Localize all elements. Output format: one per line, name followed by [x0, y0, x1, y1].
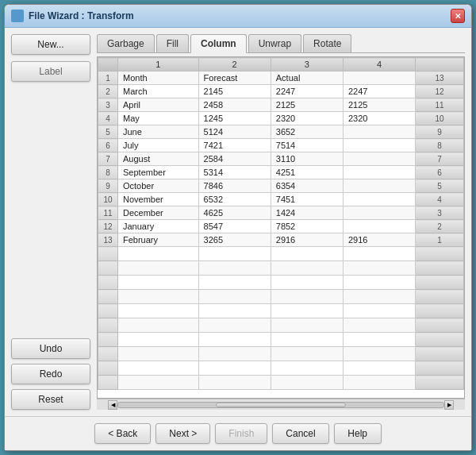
- table-cell[interactable]: 7: [98, 152, 118, 166]
- col-header-1[interactable]: 1: [118, 58, 199, 71]
- table-cell[interactable]: September: [118, 166, 199, 179]
- table-cell[interactable]: 2145: [198, 85, 271, 98]
- table-cell[interactable]: [343, 166, 415, 179]
- table-cell[interactable]: July: [118, 139, 199, 152]
- finish-button[interactable]: Finish: [215, 423, 267, 444]
- table-cell[interactable]: 2584: [198, 152, 271, 166]
- table-cell[interactable]: [343, 139, 415, 152]
- table-cell[interactable]: 13: [98, 233, 118, 247]
- table-cell[interactable]: November: [118, 193, 199, 206]
- table-cell[interactable]: 5: [416, 179, 464, 193]
- table-cell[interactable]: 2125: [343, 98, 415, 112]
- table-cell[interactable]: [343, 125, 415, 139]
- table-cell[interactable]: 6: [416, 166, 464, 179]
- horizontal-scrollbar[interactable]: ◀ ▶: [97, 399, 465, 410]
- table-cell[interactable]: 2320: [343, 112, 415, 125]
- table-cell[interactable]: 3652: [271, 125, 343, 139]
- table-cell[interactable]: 9: [98, 179, 118, 193]
- table-cell[interactable]: [343, 71, 415, 85]
- table-cell[interactable]: 8547: [198, 220, 271, 233]
- table-cell[interactable]: Month: [118, 71, 199, 85]
- table-cell[interactable]: October: [118, 179, 199, 193]
- table-cell[interactable]: January: [118, 220, 199, 233]
- table-cell[interactable]: 5314: [198, 166, 271, 179]
- table-cell[interactable]: [343, 179, 415, 193]
- table-cell[interactable]: 1245: [198, 112, 271, 125]
- table-cell[interactable]: March: [118, 85, 199, 98]
- table-cell[interactable]: August: [118, 152, 199, 166]
- table-cell[interactable]: [343, 152, 415, 166]
- label-button[interactable]: Label: [11, 61, 90, 82]
- tab-fill[interactable]: Fill: [156, 34, 189, 52]
- col-header-3[interactable]: 3: [271, 58, 343, 71]
- table-cell[interactable]: 9: [416, 125, 464, 139]
- table-cell[interactable]: 2320: [271, 112, 343, 125]
- table-cell[interactable]: 10: [98, 193, 118, 206]
- table-cell[interactable]: Actual: [271, 71, 343, 85]
- table-cell[interactable]: 2916: [343, 233, 415, 247]
- col-header-4[interactable]: 4: [343, 58, 415, 71]
- table-cell[interactable]: [343, 206, 415, 220]
- table-cell[interactable]: 2916: [271, 233, 343, 247]
- next-button[interactable]: Next >: [155, 423, 210, 444]
- table-cell[interactable]: 4251: [271, 166, 343, 179]
- table-cell[interactable]: 2247: [271, 85, 343, 98]
- table-cell[interactable]: Forecast: [198, 71, 271, 85]
- table-cell[interactable]: 2125: [271, 98, 343, 112]
- table-cell[interactable]: 10: [416, 112, 464, 125]
- table-cell[interactable]: 3: [98, 98, 118, 112]
- table-cell[interactable]: 3265: [198, 233, 271, 247]
- scroll-right-arrow[interactable]: ▶: [444, 400, 454, 410]
- scroll-thumb[interactable]: [216, 403, 346, 407]
- table-cell[interactable]: 8: [416, 139, 464, 152]
- redo-button[interactable]: Redo: [11, 364, 90, 384]
- table-cell[interactable]: April: [118, 98, 199, 112]
- table-cell[interactable]: 4: [416, 193, 464, 206]
- table-cell[interactable]: 8: [98, 166, 118, 179]
- table-cell[interactable]: February: [118, 233, 199, 247]
- table-cell[interactable]: 7846: [198, 179, 271, 193]
- table-cell[interactable]: 11: [98, 206, 118, 220]
- table-cell[interactable]: 12: [416, 85, 464, 98]
- scroll-track[interactable]: [117, 402, 444, 408]
- table-cell[interactable]: 4625: [198, 206, 271, 220]
- table-cell[interactable]: 11: [416, 98, 464, 112]
- table-cell[interactable]: [343, 193, 415, 206]
- table-cell[interactable]: 6: [98, 139, 118, 152]
- table-cell[interactable]: December: [118, 206, 199, 220]
- table-cell[interactable]: 2247: [343, 85, 415, 98]
- table-cell[interactable]: 5: [98, 125, 118, 139]
- tab-rotate[interactable]: Rotate: [303, 34, 351, 52]
- table-cell[interactable]: 7451: [271, 193, 343, 206]
- table-cell[interactable]: 4: [98, 112, 118, 125]
- table-cell[interactable]: 6532: [198, 193, 271, 206]
- data-table-container[interactable]: 1 2 3 4 1MonthForecastActual132March2145…: [97, 56, 465, 399]
- table-cell[interactable]: June: [118, 125, 199, 139]
- table-cell[interactable]: 7421: [198, 139, 271, 152]
- cancel-button[interactable]: Cancel: [272, 423, 328, 444]
- undo-button[interactable]: Undo: [11, 338, 90, 359]
- close-button[interactable]: ✕: [451, 9, 465, 23]
- table-cell[interactable]: 3: [416, 206, 464, 220]
- table-cell[interactable]: 6354: [271, 179, 343, 193]
- tab-garbage[interactable]: Garbage: [97, 34, 155, 52]
- table-cell[interactable]: [343, 220, 415, 233]
- table-cell[interactable]: 13: [416, 71, 464, 85]
- table-cell[interactable]: 1: [98, 71, 118, 85]
- table-cell[interactable]: 7: [416, 152, 464, 166]
- table-cell[interactable]: 12: [98, 220, 118, 233]
- help-button[interactable]: Help: [334, 423, 382, 444]
- col-header-2[interactable]: 2: [198, 58, 271, 71]
- table-cell[interactable]: 5124: [198, 125, 271, 139]
- table-cell[interactable]: 7514: [271, 139, 343, 152]
- tab-column[interactable]: Column: [190, 34, 247, 53]
- table-cell[interactable]: 2: [98, 85, 118, 98]
- table-cell[interactable]: 2: [416, 220, 464, 233]
- table-cell[interactable]: 2458: [198, 98, 271, 112]
- table-cell[interactable]: 1424: [271, 206, 343, 220]
- reset-button[interactable]: Reset: [11, 389, 90, 410]
- table-cell[interactable]: 3110: [271, 152, 343, 166]
- table-cell[interactable]: 1: [416, 233, 464, 247]
- scroll-left-arrow[interactable]: ◀: [108, 400, 117, 410]
- table-cell[interactable]: 7852: [271, 220, 343, 233]
